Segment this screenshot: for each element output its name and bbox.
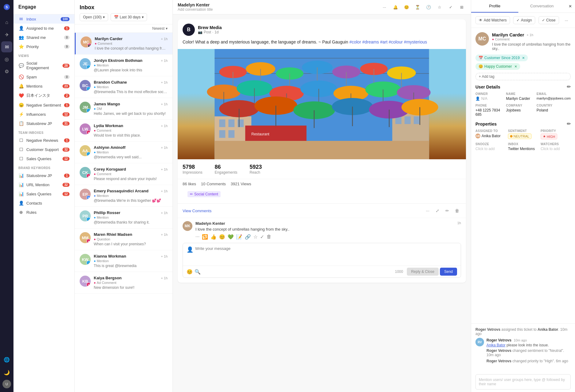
inbox-badge: 100 bbox=[61, 17, 70, 21]
sidebar-item-statusbrew-jp-kw[interactable]: 📊 Statusbrew JP 1 bbox=[13, 171, 74, 180]
sidebar-item-rules[interactable]: ⊕ Rules bbox=[13, 208, 74, 217]
trash-reaction-icon[interactable]: 🗑 bbox=[267, 234, 271, 240]
sidebar-icon-send[interactable]: ✈ bbox=[1, 29, 12, 40]
tab-conversation[interactable]: Conversation bbox=[518, 0, 566, 13]
sidebar-item-customer-support[interactable]: ☐ Customer Support 32 bbox=[13, 145, 74, 154]
comment-edit-icon[interactable]: ✏ bbox=[443, 207, 451, 215]
app-logo[interactable]: S bbox=[3, 4, 10, 12]
properties-edit-icon[interactable]: ✏ bbox=[567, 121, 571, 127]
sidebar-item-contacts[interactable]: 👤 Contacts bbox=[13, 198, 74, 208]
inbox-item-preview-6: @brewmedia very well said... bbox=[94, 155, 168, 159]
sidebar-icon-home[interactable]: ⌂ bbox=[1, 17, 12, 28]
inbox-item-name-5: Lydia Workman bbox=[94, 123, 123, 128]
post-image: Restaurant bbox=[178, 49, 466, 159]
sidebar-item-statusbrew-jp[interactable]: 📋 Statusbrew JP 31 bbox=[13, 119, 74, 128]
brand-info: Brew Media 📷 Post · 1d bbox=[198, 25, 461, 34]
inbox-item-5[interactable]: LW ● Lydia Workman + 1h ● Comment Would … bbox=[75, 120, 172, 141]
more-reactions-icon[interactable]: ··· bbox=[195, 234, 199, 240]
remove-happy-customer-badge[interactable]: ✕ bbox=[514, 65, 517, 69]
stat-impressions: 5798 Impressions bbox=[183, 164, 202, 175]
sidebar-item-japanese[interactable]: ❤️ 日本インスタ 2 bbox=[13, 91, 74, 100]
open-filter-btn[interactable]: Open (100) ▾ bbox=[80, 13, 108, 21]
close-action-btn[interactable]: ✓ Close bbox=[539, 16, 559, 24]
sidebar-item-sales-queries[interactable]: ☐ Sales Queries 12 bbox=[13, 154, 74, 163]
like-icon[interactable]: 👍 bbox=[210, 234, 217, 240]
smiley-reaction-icon[interactable]: 😊 bbox=[219, 234, 225, 240]
prop-snooze-value[interactable]: Click to add bbox=[475, 147, 505, 151]
view-comments-btn[interactable]: View Comments bbox=[183, 209, 211, 213]
assign-btn[interactable]: ✓ Assign bbox=[513, 16, 535, 24]
inbox-item-12[interactable]: KB ● Kaiya Bergson + 1h ● Ad Comment New… bbox=[75, 272, 172, 294]
grid-icon[interactable]: ⊞ bbox=[457, 3, 466, 11]
post-tag-social: ✏ Social Content bbox=[187, 191, 221, 197]
sidebar-icon-gear[interactable]: ⚙ bbox=[1, 66, 12, 77]
roger-name-1: Roger Vetrovs bbox=[475, 327, 500, 332]
bell-icon[interactable]: 🔔 bbox=[391, 3, 400, 11]
sidebar-item-negative-sentiment[interactable]: 😠 Negative Sentiment 1 bbox=[13, 100, 74, 110]
inbox-item-1[interactable]: MC 📷 Marilyn Carder + 1h ● Comment I lov… bbox=[75, 33, 172, 55]
conv-link-anika[interactable]: Anika Bator bbox=[486, 343, 505, 347]
tab-profile[interactable]: Profile bbox=[471, 0, 518, 13]
right-more-icon[interactable]: ··· bbox=[562, 16, 571, 24]
heart-icon[interactable]: 💚 bbox=[228, 234, 234, 240]
inbox-item-4[interactable]: JM 🐦 James Mango + 1h ● DM Hello James, … bbox=[75, 98, 172, 120]
inbox-item-2[interactable]: JE 🐦 Jordyn Ekstrom Bothman + 1h ● Menti… bbox=[75, 55, 172, 76]
statusbrew-jp-badge: 31 bbox=[62, 122, 70, 126]
date-filter-btn[interactable]: 📅 Last 30 days ▾ bbox=[111, 13, 147, 21]
check-reaction-icon[interactable]: ✓ bbox=[260, 234, 264, 240]
link-icon[interactable]: 🔗 bbox=[245, 234, 251, 240]
smiley-icon[interactable]: 😊 bbox=[402, 3, 411, 11]
remove-customer-since-badge[interactable]: ✕ bbox=[522, 56, 525, 60]
sidebar-item-social-engagement[interactable]: 💬 Social Engagement 28 bbox=[13, 59, 74, 72]
reply-emoji-icon[interactable]: 😊 bbox=[187, 269, 193, 275]
inbox-item-7[interactable]: CK ● Corey Korsgaard + 1h ● Comment Plea… bbox=[75, 163, 172, 185]
note-icon[interactable]: 📝 bbox=[236, 234, 242, 240]
reply-textarea[interactable] bbox=[183, 243, 461, 265]
clock-icon[interactable]: 🕐 bbox=[424, 3, 433, 11]
star-reaction-icon[interactable]: ☆ bbox=[253, 234, 258, 240]
inbox-item-6[interactable]: AA 🐦 Ashlynn Aminoff + 1h ● Mention @bre… bbox=[75, 141, 172, 163]
sidebar-item-negative-reviews[interactable]: ☐ Negative Reviews 1 bbox=[13, 136, 74, 145]
close-btn[interactable]: ✕ bbox=[566, 0, 575, 13]
add-watchers-btn[interactable]: 👁 Add Watchers bbox=[475, 16, 510, 24]
assigned-icon: 👤 bbox=[18, 26, 24, 31]
sidebar-item-url-mention[interactable]: 📊 URL Mention 32 bbox=[13, 180, 74, 189]
user-details-edit-icon[interactable]: ✏ bbox=[567, 84, 571, 90]
shared-badge: 0 bbox=[64, 36, 70, 40]
checkmark-icon[interactable]: ✓ bbox=[446, 3, 455, 11]
sidebar-icon-globe[interactable]: ◎ bbox=[1, 54, 12, 65]
sidebar-icon-globe-bottom[interactable]: 🌐 bbox=[1, 354, 12, 365]
sidebar-item-priority[interactable]: ⭐ Priority 9 bbox=[13, 42, 74, 51]
sidebar-item-sales-queries-kw[interactable]: 📊 Sales Queries 12 bbox=[13, 189, 74, 198]
inbox-item-8[interactable]: EP G Emery Passaquindici Arcand + 1h ● M… bbox=[75, 185, 172, 207]
comment-more-icon[interactable]: ··· bbox=[424, 207, 432, 215]
more-options-icon[interactable]: ··· bbox=[380, 3, 389, 11]
sidebar-item-assigned[interactable]: 👤 Assigned to me 1 bbox=[13, 24, 74, 33]
user-avatar-icon[interactable]: U bbox=[2, 380, 11, 388]
prop-watchers-value[interactable]: Click to add bbox=[541, 147, 571, 151]
comment-delete-icon[interactable]: 🗑 bbox=[453, 207, 461, 215]
inbox-item-11[interactable]: KW 🐦 Kianna Workman + 1h ● Mention This … bbox=[75, 250, 172, 272]
inbox-item-9[interactable]: PR 🐦 Phillip Rosser + 1h ● Mention @brew… bbox=[75, 207, 172, 228]
inbox-item-time-11: + 1h bbox=[161, 254, 168, 258]
sidebar-item-mentions[interactable]: 🔔 Mentions 23 bbox=[13, 81, 74, 91]
add-tag-btn[interactable]: + Add tag bbox=[475, 73, 571, 80]
inbox-item-10[interactable]: MM ● Maren Rhiel Madsen + 1h ● Question … bbox=[75, 228, 172, 250]
sidebar-icon-inbox[interactable]: ✉ bbox=[1, 41, 12, 52]
retweet-icon[interactable]: 🔁 bbox=[202, 234, 208, 240]
reply-send-btn[interactable]: Send bbox=[440, 268, 457, 276]
sort-btn[interactable]: Newest ▾ bbox=[152, 26, 168, 31]
inbox-item-3[interactable]: BC 🐦 Brandon Culhane + 1h ● Mention @bre… bbox=[75, 76, 172, 98]
sidebar-item-shared[interactable]: 👥 Shared me 0 bbox=[13, 33, 74, 42]
hourglass-icon[interactable]: ⏳ bbox=[413, 3, 422, 11]
sidebar-item-influencers[interactable]: ⚡ Influencers 12 bbox=[13, 110, 74, 119]
post-hashtags[interactable]: #color #dreams #art #colour #mysterious bbox=[349, 40, 427, 44]
inbox-item-avatar-12: KB ● bbox=[80, 276, 91, 287]
star-icon[interactable]: ☆ bbox=[435, 3, 444, 11]
comment-expand-icon[interactable]: ⤢ bbox=[433, 207, 441, 215]
sidebar-item-spam[interactable]: 🚫 Spam 0 bbox=[13, 72, 74, 81]
reply-attach-icon[interactable]: 🔍 bbox=[195, 269, 201, 275]
sidebar-item-inbox[interactable]: ✉ Inbox 100 bbox=[13, 14, 74, 24]
reply-close-btn[interactable]: Reply & Close bbox=[407, 268, 439, 276]
sidebar-icon-moon[interactable]: 🌙 bbox=[1, 367, 12, 378]
